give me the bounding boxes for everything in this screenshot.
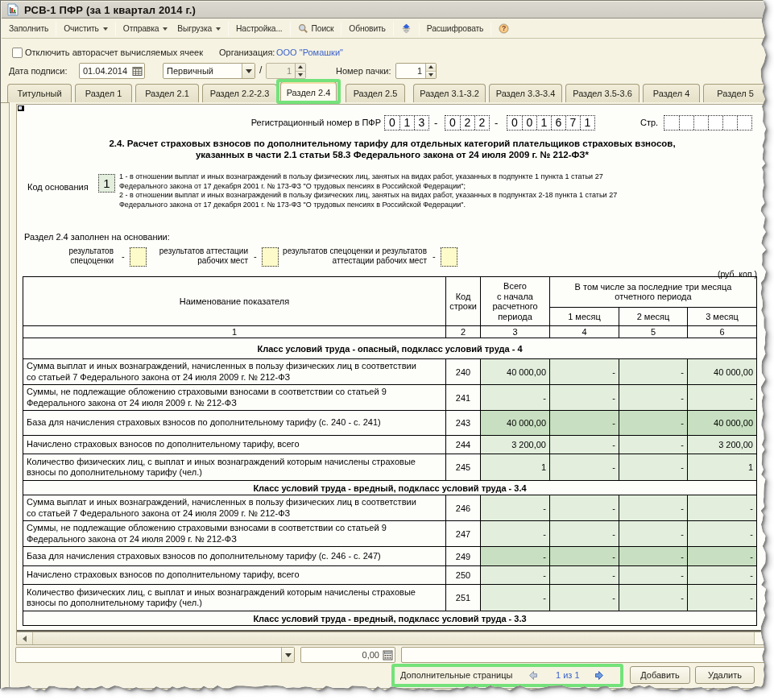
- row-value-cell[interactable]: -: [550, 436, 619, 454]
- tab-титульный[interactable]: Титульный: [7, 84, 72, 102]
- row-value-cell[interactable]: 40 000,00: [481, 359, 550, 385]
- basis-item-cell[interactable]: [262, 247, 279, 267]
- row-value-cell[interactable]: -: [481, 585, 550, 611]
- row-value-cell[interactable]: 1: [481, 454, 550, 481]
- row-value-cell[interactable]: -: [550, 566, 619, 585]
- row-value-cell[interactable]: -: [688, 495, 757, 521]
- tab-раздел-3.1-3.2[interactable]: Раздел 3.1-3.2: [413, 84, 486, 102]
- row-value-cell[interactable]: -: [550, 411, 619, 436]
- scroll-left-button[interactable]: [17, 632, 33, 644]
- fill-button[interactable]: Заполнить: [4, 21, 53, 37]
- corner-marker-inner: [19, 106, 22, 110]
- delete-page-button[interactable]: Удалить: [695, 666, 755, 684]
- row-value-cell[interactable]: -: [688, 521, 757, 547]
- tab-раздел-5[interactable]: Раздел 5: [703, 84, 768, 102]
- search-button[interactable]: Поиск: [293, 21, 339, 37]
- clear-button[interactable]: Очистить: [59, 21, 113, 37]
- row-value-cell[interactable]: -: [481, 385, 550, 411]
- row-value-cell[interactable]: -: [481, 495, 550, 521]
- row-value-cell[interactable]: -: [619, 495, 688, 521]
- row-value-cell[interactable]: -: [481, 547, 550, 566]
- row-value-cell[interactable]: -: [481, 521, 550, 547]
- row-value-cell[interactable]: -: [619, 547, 688, 566]
- sign-date-field[interactable]: 01.04.2014: [79, 63, 145, 79]
- field-value: 1: [396, 66, 425, 76]
- autocalc-checkbox[interactable]: [12, 48, 23, 58]
- scrollbar-thumb[interactable]: [754, 632, 767, 644]
- spin-down-button[interactable]: [296, 71, 305, 79]
- basis-code-cell[interactable]: 1: [98, 174, 115, 193]
- tab-раздел-4[interactable]: Раздел 4: [643, 84, 700, 102]
- row-value-cell[interactable]: -: [550, 521, 619, 547]
- row-value-cell[interactable]: -: [481, 566, 550, 585]
- dropdown-button[interactable]: [281, 648, 294, 662]
- calendar-icon[interactable]: [132, 66, 143, 77]
- report-type-select[interactable]: Первичный: [163, 63, 255, 79]
- row-value-cell[interactable]: -: [619, 359, 688, 385]
- basis-code-label: Код основания: [27, 182, 89, 192]
- spin-up-button[interactable]: [296, 64, 305, 71]
- row-value-cell[interactable]: -: [619, 385, 688, 411]
- settings-button[interactable]: Настройка...: [231, 21, 287, 37]
- tab-раздел-3.3-3.4[interactable]: Раздел 3.3-3.4: [489, 84, 562, 102]
- registration-digit-group[interactable]: 022: [445, 115, 490, 130]
- dropdown-button[interactable]: [242, 64, 255, 78]
- row-value-cell[interactable]: -: [619, 411, 688, 436]
- row-value-cell[interactable]: -: [688, 385, 757, 411]
- tab-раздел-3.5-3.6[interactable]: Раздел 3.5-3.6: [565, 84, 639, 102]
- row-value-cell[interactable]: -: [550, 454, 619, 481]
- refresh-button[interactable]: Обновить: [344, 21, 390, 37]
- page-number-cells[interactable]: [664, 115, 752, 130]
- pack-number-stepper[interactable]: 1: [395, 63, 437, 79]
- cell-combo-field[interactable]: [15, 647, 295, 663]
- row-value-cell[interactable]: 40 000,00: [481, 411, 550, 436]
- organization-value[interactable]: ООО "Ромашки": [276, 48, 343, 57]
- field-value: 1: [267, 66, 295, 76]
- registration-digit-group[interactable]: 013: [384, 115, 429, 130]
- horizontal-scrollbar[interactable]: [17, 632, 767, 644]
- basis-item-cell[interactable]: [441, 247, 457, 267]
- tab-раздел-1[interactable]: Раздел 1: [75, 84, 132, 102]
- row-value-cell[interactable]: -: [550, 585, 619, 611]
- add-page-button[interactable]: Добавить: [630, 666, 690, 684]
- decode-button[interactable]: Расшифровать: [422, 21, 488, 37]
- tab-раздел-2.1[interactable]: Раздел 2.1: [135, 84, 199, 102]
- tab-раздел-2.2-2.3[interactable]: Раздел 2.2-2.3: [202, 84, 277, 102]
- spinner-buttons[interactable]: [425, 64, 436, 78]
- help-button[interactable]: ?: [494, 21, 514, 37]
- window-titlebar: РСВ-1 ПФР (за 1 квартал 2014 г.): [2, 2, 768, 19]
- registration-digit-group[interactable]: 001671: [507, 115, 595, 130]
- row-value-cell[interactable]: -: [619, 521, 688, 547]
- basis-item-cell[interactable]: [130, 247, 147, 267]
- spin-up-button[interactable]: [426, 64, 436, 71]
- cell-amount-field[interactable]: 0,00: [300, 647, 395, 663]
- row-value-cell[interactable]: 3 200,00: [688, 436, 757, 454]
- send-button[interactable]: Отправка: [118, 21, 172, 37]
- expand-collapse-button[interactable]: [396, 21, 416, 37]
- registration-digit-cell: 0: [522, 116, 536, 130]
- sheet-corner-marker[interactable]: [18, 106, 24, 111]
- section-tabs: ТитульныйРаздел 1Раздел 2.1Раздел 2.2-2.…: [1, 81, 768, 103]
- tab-раздел-2.5[interactable]: Раздел 2.5: [346, 84, 405, 102]
- row-value-cell[interactable]: -: [688, 585, 757, 611]
- basis-item-dash: -: [254, 251, 257, 261]
- row-value-cell[interactable]: -: [550, 385, 619, 411]
- row-value-cell[interactable]: 40 000,00: [688, 411, 757, 436]
- row-value-cell[interactable]: 1: [688, 454, 757, 481]
- row-value-cell[interactable]: -: [688, 547, 757, 566]
- pack-number-label: Номер пачки:: [336, 66, 391, 76]
- row-value-cell[interactable]: -: [550, 495, 619, 521]
- cell-text-field[interactable]: [401, 647, 765, 663]
- spin-down-button[interactable]: [426, 71, 436, 79]
- row-value-cell[interactable]: -: [550, 359, 619, 385]
- row-value-cell[interactable]: 3 200,00: [481, 436, 550, 454]
- row-value-cell[interactable]: -: [619, 454, 688, 481]
- calculator-icon[interactable]: [383, 650, 393, 661]
- row-value-cell[interactable]: -: [619, 585, 688, 611]
- row-value-cell[interactable]: -: [619, 436, 688, 454]
- unload-button[interactable]: Выгрузка: [172, 21, 226, 37]
- row-value-cell[interactable]: -: [688, 566, 757, 585]
- row-value-cell[interactable]: -: [619, 566, 688, 585]
- row-value-cell[interactable]: 40 000,00: [688, 359, 757, 385]
- row-value-cell[interactable]: -: [550, 547, 619, 566]
